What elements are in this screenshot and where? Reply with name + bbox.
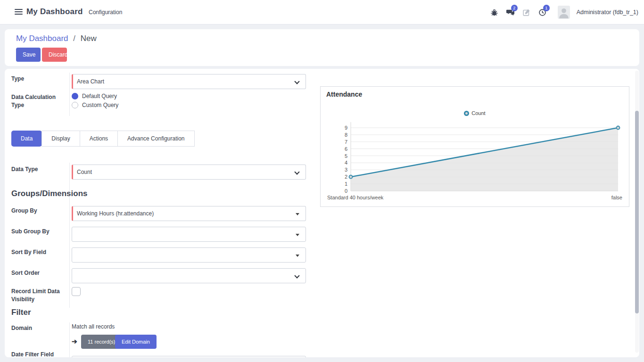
app-title[interactable]: My Dashboard bbox=[26, 7, 83, 16]
chart-preview-card: Attendance Count 0123456789 Standard 40 … bbox=[320, 86, 629, 207]
attendance-chart-svg: 0123456789 bbox=[321, 115, 630, 200]
tab-actions[interactable]: Actions bbox=[80, 131, 118, 147]
svg-text:7: 7 bbox=[345, 139, 347, 145]
svg-text:2: 2 bbox=[345, 174, 347, 180]
record-limit-label: Record Limit Data Visibility bbox=[11, 288, 67, 304]
top-navbar: My Dashboard Configuration 2 bbox=[0, 0, 644, 25]
radio-default-label: Default Query bbox=[82, 93, 117, 99]
type-label: Type bbox=[11, 75, 67, 83]
radio-selected-icon bbox=[72, 93, 78, 99]
chevron-down-icon bbox=[294, 79, 299, 84]
caret-down-icon bbox=[296, 255, 299, 257]
type-select-value: Area Chart bbox=[77, 78, 104, 85]
svg-text:3: 3 bbox=[345, 167, 347, 173]
radio-unselected-icon bbox=[72, 102, 78, 108]
section-divider bbox=[69, 322, 70, 357]
data-type-select-value: Count bbox=[77, 169, 92, 175]
chart-title: Attendance bbox=[326, 90, 362, 98]
save-button[interactable]: Save bbox=[16, 48, 41, 62]
debug-bug-icon[interactable] bbox=[490, 8, 499, 17]
svg-text:0: 0 bbox=[345, 188, 347, 194]
user-avatar[interactable] bbox=[558, 6, 570, 19]
tab-advance-configuration[interactable]: Advance Configuration bbox=[117, 131, 194, 147]
discard-button[interactable]: Discard bbox=[42, 48, 67, 62]
breadcrumb-card: My Dashboard / New Save Discard bbox=[5, 29, 639, 66]
domain-match-text: Match all records bbox=[72, 323, 115, 330]
form-tabs: Data Display Actions Advance Configurati… bbox=[11, 131, 195, 147]
svg-text:9: 9 bbox=[345, 125, 347, 131]
record-limit-checkbox[interactable] bbox=[72, 287, 81, 296]
scrollbar-thumb[interactable] bbox=[635, 111, 639, 313]
group-by-select[interactable]: Working Hours (hr.attendance) bbox=[72, 206, 306, 221]
breadcrumb-separator: / bbox=[73, 34, 75, 43]
user-menu[interactable]: Administrator (fdb_tr_1) bbox=[577, 9, 638, 16]
chevron-down-icon bbox=[294, 273, 299, 278]
breadcrumb-parent-link[interactable]: My Dashboard bbox=[16, 34, 68, 43]
sub-group-by-label: Sub Group By bbox=[11, 228, 67, 236]
arrow-right-icon: ➔ bbox=[72, 337, 77, 345]
tab-display[interactable]: Display bbox=[41, 131, 80, 147]
hamburger-menu-icon[interactable] bbox=[15, 9, 23, 16]
compose-edit-icon[interactable] bbox=[522, 8, 531, 17]
sort-order-label: Sort Order bbox=[11, 269, 67, 277]
data-type-label: Data Type bbox=[11, 165, 67, 173]
date-filter-field-label: Date Filter Field bbox=[11, 351, 67, 357]
radio-custom-query[interactable]: Custom Query bbox=[72, 102, 118, 108]
section-divider bbox=[69, 163, 70, 308]
group-by-label: Group By bbox=[11, 207, 67, 215]
tab-data[interactable]: Data bbox=[11, 131, 42, 147]
radio-custom-label: Custom Query bbox=[82, 102, 118, 108]
sub-group-by-select[interactable] bbox=[72, 227, 306, 242]
breadcrumb: My Dashboard / New bbox=[16, 34, 97, 43]
x-axis-label-left: Standard 40 hours/week bbox=[327, 195, 383, 200]
caret-down-icon bbox=[296, 213, 299, 215]
section-divider bbox=[69, 73, 70, 116]
data-calculation-label: Data Calculation Type bbox=[11, 93, 67, 109]
group-by-select-value: Working Hours (hr.attendance) bbox=[77, 210, 154, 217]
messages-icon[interactable]: 2 bbox=[506, 8, 515, 17]
activities-badge: 1 bbox=[543, 5, 550, 11]
svg-text:8: 8 bbox=[345, 132, 347, 138]
chevron-down-icon bbox=[294, 169, 299, 174]
sort-by-field-select[interactable] bbox=[72, 247, 306, 263]
radio-default-query[interactable]: Default Query bbox=[72, 93, 117, 99]
form-card: Type Area Chart Data Calculation Type De… bbox=[5, 69, 639, 357]
svg-text:1: 1 bbox=[345, 181, 347, 187]
svg-text:4: 4 bbox=[345, 160, 347, 165]
sort-by-field-label: Sort By Field bbox=[11, 248, 67, 256]
filter-heading: Filter bbox=[11, 308, 31, 317]
caret-down-icon bbox=[296, 234, 299, 236]
x-axis-label-right: false bbox=[611, 195, 622, 200]
menu-configuration[interactable]: Configuration bbox=[89, 9, 122, 16]
messages-badge: 2 bbox=[511, 5, 518, 11]
sort-order-select[interactable] bbox=[72, 268, 306, 283]
data-type-select[interactable]: Count bbox=[72, 165, 306, 180]
type-select[interactable]: Area Chart bbox=[72, 74, 306, 89]
svg-text:5: 5 bbox=[345, 153, 347, 159]
edit-domain-button[interactable]: Edit Domain bbox=[115, 335, 157, 349]
activities-clock-icon[interactable]: 1 bbox=[538, 8, 547, 17]
date-filter-field-select[interactable] bbox=[72, 356, 306, 357]
svg-text:6: 6 bbox=[345, 146, 347, 152]
groups-dimensions-heading: Groups/Dimensions bbox=[11, 189, 88, 198]
breadcrumb-current: New bbox=[81, 34, 97, 43]
domain-label: Domain bbox=[11, 324, 67, 332]
